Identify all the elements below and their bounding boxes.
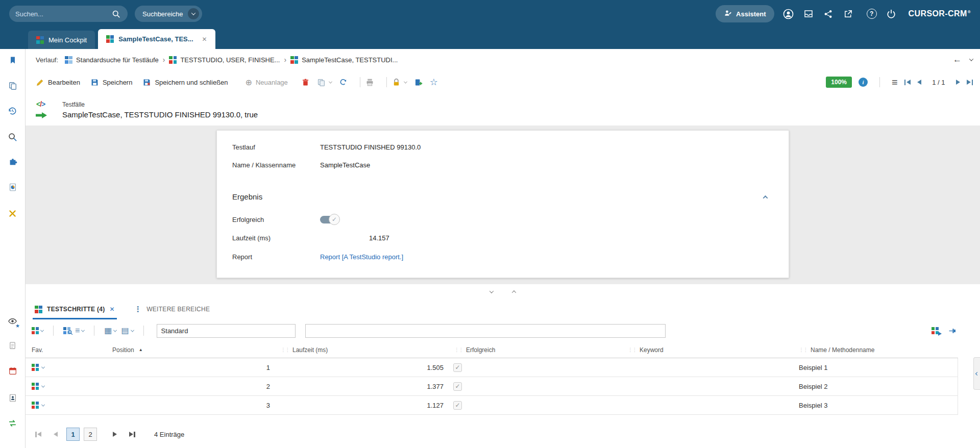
table-row[interactable]: 1 1.505 ✓ Beispiel 1	[26, 358, 958, 377]
info-icon[interactable]: i	[859, 78, 868, 87]
delete-button[interactable]	[301, 78, 310, 87]
view-name-input[interactable]	[157, 324, 296, 338]
page-button-1[interactable]: 1	[66, 428, 80, 441]
first-record-button[interactable]	[904, 80, 911, 85]
global-search[interactable]	[9, 6, 128, 22]
field-label: Testlauf	[232, 143, 320, 151]
add-relation-button[interactable]	[414, 78, 423, 87]
breadcrumb-item-testlauf[interactable]: TESTSTUDIO, USER, FINISHE...	[169, 56, 280, 64]
view-menu-button[interactable]: ≡	[75, 327, 84, 335]
header-laufzeit[interactable]: ⋮⋮Laufzeit (ms)	[276, 342, 449, 358]
table-row[interactable]: 2 1.377 ✓ Beispiel 2	[26, 377, 958, 396]
brand-text: CURSOR-CRM	[909, 9, 967, 18]
search-areas-button[interactable]: Suchbereiche	[135, 6, 202, 22]
header-name[interactable]: ⋮⋮Name / Methodenname	[794, 342, 958, 358]
tab-weitere-bereiche[interactable]: ⋮ WEITERE BEREICHE	[132, 299, 212, 319]
contact-document-icon[interactable]	[0, 391, 25, 405]
brand-logo: CURSOR-CRM®	[909, 9, 971, 18]
left-sidebar: ★	[0, 49, 26, 448]
watched-records-icon[interactable]: ★	[0, 314, 25, 328]
tab-testschritte[interactable]: TESTSCHRITTE (4) ✕	[33, 299, 117, 319]
favorite-star-button[interactable]: ☆	[430, 77, 438, 88]
collapse-section-icon[interactable]	[764, 193, 767, 201]
table-search-button[interactable]	[63, 327, 70, 334]
header-erfolgreich[interactable]: ⋮⋮Erfolgreich	[449, 342, 623, 358]
field-value[interactable]: SampleTestCase	[320, 161, 370, 169]
column-grip-icon[interactable]: ⋮⋮	[454, 347, 463, 353]
table-row[interactable]: 3 1.127 ✓ Beispiel 3	[26, 396, 958, 415]
calendar-icon[interactable]	[0, 364, 25, 378]
export-table-button[interactable]	[932, 327, 939, 334]
history-back-icon[interactable]: ←	[953, 55, 962, 65]
column-grip-icon[interactable]: ⋮⋮	[799, 347, 807, 353]
columns-button[interactable]: ▦	[104, 327, 116, 335]
inbox-icon[interactable]	[803, 8, 814, 19]
tab-record-sampletestcase[interactable]: SampleTestCase, TES... ✕	[98, 29, 215, 49]
lock-button[interactable]	[392, 78, 407, 87]
success-toggle[interactable]: ✓	[320, 216, 338, 223]
bookmarks-icon[interactable]	[0, 53, 25, 67]
close-subtab-icon[interactable]: ✕	[109, 306, 114, 313]
copy-pages-icon[interactable]	[0, 79, 25, 93]
history-dropdown-icon[interactable]	[969, 57, 973, 61]
collapse-right-panel-handle[interactable]	[973, 357, 980, 390]
tab-mein-cockpit[interactable]: Mein Cockpit	[28, 31, 95, 49]
row-menu-icon[interactable]	[41, 365, 45, 368]
previous-page-button[interactable]	[49, 428, 62, 441]
plugins-puzzle-icon[interactable]	[0, 155, 25, 169]
previous-record-button[interactable]	[917, 80, 921, 85]
page-button-2[interactable]: 2	[84, 428, 97, 441]
new-record-button[interactable]: ⊕ Neuanlage	[246, 78, 288, 87]
field-value[interactable]: TESTSTUDIO FINISHED 99130.0	[320, 143, 421, 151]
search-icon[interactable]	[110, 8, 121, 19]
next-page-button[interactable]	[108, 428, 121, 441]
row-fav-cell[interactable]	[26, 402, 107, 409]
search-input[interactable]	[15, 10, 110, 18]
close-tab-icon[interactable]: ✕	[202, 36, 207, 43]
assistant-button[interactable]: Assistent	[716, 5, 774, 22]
expand-up-icon[interactable]	[509, 288, 519, 295]
row-fav-cell[interactable]	[26, 364, 107, 371]
next-record-button[interactable]	[956, 80, 960, 85]
sync-processes-icon[interactable]	[0, 416, 25, 430]
header-keyword[interactable]: ⋮⋮Keyword	[623, 342, 794, 358]
user-profile-icon[interactable]	[783, 8, 794, 19]
expand-down-icon[interactable]	[487, 288, 496, 295]
field-value[interactable]: 14.157	[369, 234, 389, 242]
first-page-button[interactable]	[32, 428, 45, 441]
help-icon[interactable]: ?	[867, 9, 877, 19]
admin-tools-icon[interactable]	[0, 206, 25, 220]
menu-hamburger-icon[interactable]: ≡	[892, 77, 898, 87]
breadcrumb-item-testfall[interactable]: SampleTestCase, TESTSTUDI...	[290, 56, 398, 64]
save-and-close-button[interactable]: Speichern und schließen	[142, 78, 228, 87]
row-menu-icon[interactable]	[41, 384, 45, 387]
report-link[interactable]: Report [A TestStudio report.]	[320, 253, 403, 261]
report-document-icon[interactable]	[0, 180, 25, 194]
column-grip-icon[interactable]: ⋮⋮	[628, 347, 636, 353]
header-fav[interactable]: Fav.	[26, 342, 107, 358]
list-layout-button[interactable]: ▤	[121, 327, 133, 335]
header-position[interactable]: Position▲	[107, 342, 276, 358]
share-icon[interactable]	[823, 8, 834, 19]
print-button[interactable]	[365, 78, 374, 87]
refresh-button[interactable]	[339, 78, 348, 87]
notes-clipboard-icon[interactable]	[0, 338, 25, 353]
edit-button[interactable]: Bearbeiten	[36, 78, 80, 87]
open-in-new-icon[interactable]	[843, 8, 854, 19]
quick-filter-input[interactable]	[305, 324, 666, 338]
breadcrumb-item-search[interactable]: Standardsuche für Testläufe	[65, 56, 159, 64]
new-row-button[interactable]	[32, 327, 43, 334]
row-menu-icon[interactable]	[41, 403, 45, 406]
pin-panel-button[interactable]	[948, 327, 957, 335]
record-search-icon[interactable]	[0, 130, 25, 144]
row-fav-cell[interactable]	[26, 383, 107, 390]
last-page-button[interactable]	[126, 428, 139, 441]
copy-record-button[interactable]	[317, 78, 332, 87]
logout-power-icon[interactable]	[886, 8, 897, 19]
save-button[interactable]: Speichern	[90, 78, 133, 87]
row-entity-icon	[32, 383, 39, 390]
last-record-button[interactable]	[967, 80, 973, 85]
column-grip-icon[interactable]: ⋮⋮	[281, 347, 289, 353]
history-icon[interactable]	[0, 104, 25, 118]
zoom-badge[interactable]: 100%	[826, 77, 852, 88]
